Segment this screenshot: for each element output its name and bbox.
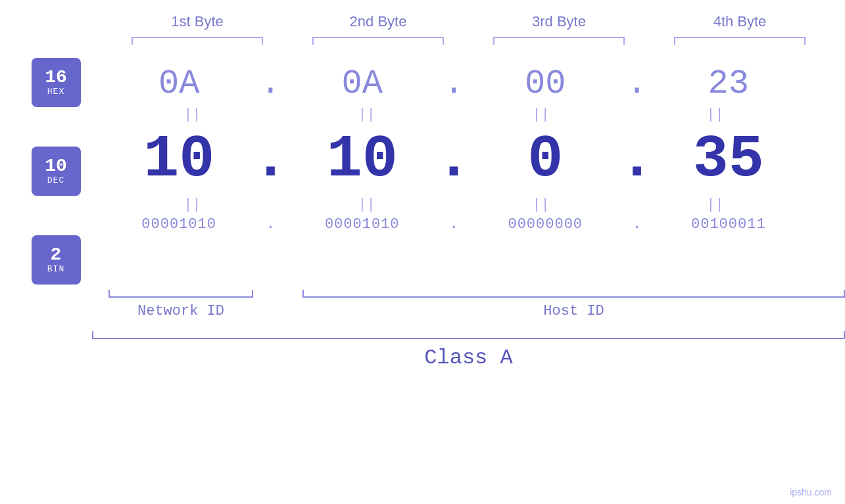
eq2-b3: || — [469, 196, 614, 213]
hex-dot-1: . — [254, 64, 287, 103]
eq1-b2: || — [295, 106, 439, 123]
hex-b4-cell: 23 — [656, 64, 801, 103]
hex-b1-cell: 0A — [107, 64, 251, 103]
dec-dot-3: . — [621, 126, 654, 193]
byte4-label: 4th Byte — [667, 13, 812, 30]
equals-row-2: || || || || — [92, 196, 815, 213]
badges-column: 16 HEX 10 DEC 2 BIN — [0, 58, 92, 285]
network-id-label: Network ID — [137, 303, 224, 319]
dec-badge: 10 DEC — [32, 147, 81, 196]
eq1-b3: || — [469, 106, 614, 123]
dec-b4-cell: 35 — [656, 126, 801, 193]
bracket-1 — [132, 37, 263, 45]
host-section: Host ID — [302, 290, 845, 319]
byte3-label: 3rd Byte — [487, 13, 631, 30]
bin-b4: 00100011 — [691, 216, 766, 233]
dec-b1: 10 — [143, 126, 214, 193]
bracket-2 — [312, 37, 444, 45]
hex-row: 0A . 0A . 00 . 23 — [92, 64, 815, 103]
bin-badge: 2 BIN — [32, 235, 81, 285]
rows-wrapper: 16 HEX 10 DEC 2 BIN 0A . — [0, 58, 845, 285]
dec-b4: 35 — [693, 126, 764, 193]
bin-dot-2: . — [437, 216, 470, 233]
bin-b1: 00001010 — [141, 216, 216, 233]
dec-b2: 10 — [327, 126, 398, 193]
bin-row: 00001010 . 00001010 . 00000000 . — [92, 216, 815, 233]
top-bracket-row — [107, 37, 831, 45]
all-rows: 0A . 0A . 00 . 23 — [92, 58, 845, 285]
bin-dot-3: . — [621, 216, 654, 233]
hex-dot-2: . — [437, 64, 470, 103]
bin-b3-cell: 00000000 — [473, 216, 617, 233]
eq2-b4: || — [643, 196, 788, 213]
bin-badge-number: 2 — [51, 246, 62, 264]
class-bracket — [92, 331, 845, 339]
hex-badge-number: 16 — [45, 68, 67, 87]
bin-b4-cell: 00100011 — [656, 216, 801, 233]
class-label: Class A — [424, 346, 512, 370]
bin-b2: 00001010 — [325, 216, 400, 233]
dec-b3-cell: 0 — [473, 126, 617, 193]
hex-badge-label: HEX — [47, 87, 64, 97]
hex-badge: 16 HEX — [32, 58, 81, 107]
dec-row: 10 . 10 . 0 . 35 — [92, 126, 815, 193]
class-section: Class A — [92, 331, 845, 370]
dec-dot-1: . — [254, 126, 287, 193]
dec-dot-2: . — [437, 126, 470, 193]
hex-dot-3: . — [621, 64, 654, 103]
equals-row-1: || || || || — [92, 106, 815, 123]
byte2-label: 2nd Byte — [306, 13, 450, 30]
network-bracket — [109, 290, 253, 298]
bin-b2-cell: 00001010 — [290, 216, 435, 233]
eq1-b4: || — [643, 106, 788, 123]
eq1-b1: || — [120, 106, 265, 123]
bottom-section: Network ID Host ID — [92, 290, 845, 319]
bracket-3 — [493, 37, 625, 45]
bin-dot-1: . — [254, 216, 287, 233]
bin-b1-cell: 00001010 — [107, 216, 251, 233]
host-bracket — [302, 290, 845, 298]
dec-badge-number: 10 — [45, 157, 67, 175]
byte1-label: 1st Byte — [125, 13, 270, 30]
hex-b2: 0A — [341, 64, 382, 103]
host-id-label: Host ID — [543, 303, 604, 319]
bin-b3: 00000000 — [508, 216, 583, 233]
header-row: 1st Byte 2nd Byte 3rd Byte 4th Byte — [107, 13, 831, 30]
hex-b1: 0A — [158, 64, 199, 103]
hex-b4: 23 — [708, 64, 749, 103]
main-container: 1st Byte 2nd Byte 3rd Byte 4th Byte 16 H… — [0, 0, 845, 504]
dec-badge-label: DEC — [47, 175, 64, 185]
eq2-b1: || — [120, 196, 265, 213]
dec-b2-cell: 10 — [290, 126, 435, 193]
hex-b3-cell: 00 — [473, 64, 617, 103]
bin-badge-label: BIN — [47, 264, 64, 274]
eq2-b2: || — [295, 196, 439, 213]
bracket-4 — [674, 37, 806, 45]
dec-b1-cell: 10 — [107, 126, 251, 193]
network-section: Network ID — [92, 290, 270, 319]
hex-b3: 00 — [525, 64, 566, 103]
watermark: ipshu.com — [790, 487, 832, 497]
dec-b3: 0 — [527, 126, 563, 193]
hex-b2-cell: 0A — [290, 64, 435, 103]
